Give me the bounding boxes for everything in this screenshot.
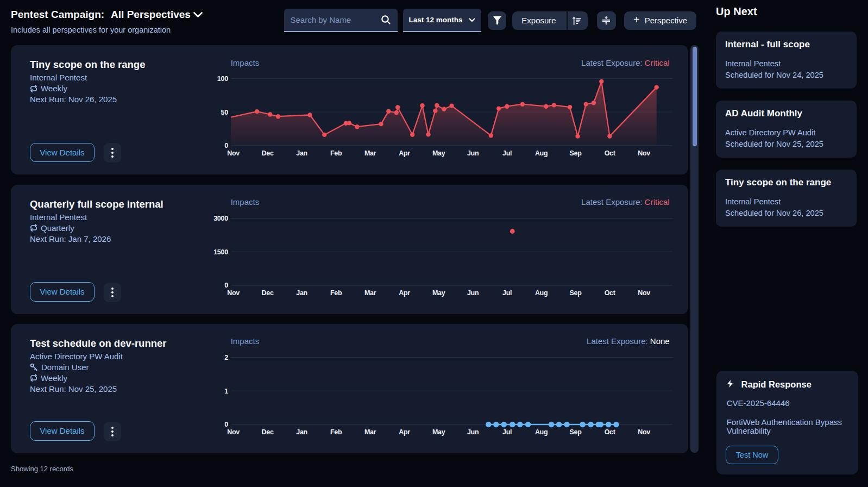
svg-text:Feb: Feb — [330, 428, 342, 436]
svg-text:Nov: Nov — [227, 289, 240, 297]
svg-text:1500: 1500 — [213, 248, 228, 255]
svg-text:0: 0 — [224, 142, 228, 149]
svg-text:Jan: Jan — [296, 149, 307, 157]
svg-text:3000: 3000 — [213, 214, 228, 222]
svg-text:Sep: Sep — [569, 428, 582, 436]
svg-text:Dec: Dec — [261, 428, 273, 436]
svg-text:Jun: Jun — [467, 149, 479, 157]
svg-text:Oct: Oct — [604, 149, 615, 157]
svg-text:Nov: Nov — [227, 149, 240, 157]
svg-text:50: 50 — [221, 109, 228, 116]
svg-text:Jan: Jan — [296, 289, 307, 297]
svg-text:Aug: Aug — [535, 289, 548, 297]
svg-text:Mar: Mar — [364, 428, 376, 436]
svg-text:2: 2 — [224, 353, 228, 361]
svg-text:Mar: Mar — [364, 289, 376, 297]
svg-text:Jan: Jan — [296, 428, 307, 436]
svg-text:Nov: Nov — [638, 428, 650, 436]
svg-text:100: 100 — [217, 75, 228, 83]
svg-text:May: May — [432, 149, 445, 157]
svg-text:Nov: Nov — [227, 428, 240, 436]
svg-text:Dec: Dec — [261, 289, 273, 297]
svg-text:Jun: Jun — [467, 289, 479, 297]
svg-text:Mar: Mar — [364, 149, 376, 157]
svg-text:Sep: Sep — [569, 289, 582, 297]
svg-text:Apr: Apr — [399, 428, 410, 436]
svg-text:Oct: Oct — [604, 428, 615, 436]
svg-text:1: 1 — [224, 387, 228, 395]
svg-text:Jun: Jun — [467, 428, 479, 436]
svg-text:Dec: Dec — [261, 149, 273, 157]
svg-text:Jul: Jul — [502, 428, 512, 436]
svg-text:Nov: Nov — [638, 289, 650, 297]
svg-text:0: 0 — [224, 421, 228, 428]
svg-text:May: May — [432, 289, 445, 297]
svg-text:Sep: Sep — [569, 149, 582, 157]
svg-text:Aug: Aug — [535, 428, 548, 436]
svg-text:Aug: Aug — [535, 149, 548, 157]
svg-text:Apr: Apr — [399, 289, 410, 297]
svg-text:Apr: Apr — [399, 149, 410, 157]
svg-text:Oct: Oct — [604, 289, 615, 297]
svg-text:0: 0 — [224, 282, 228, 289]
svg-text:Nov: Nov — [638, 149, 650, 157]
svg-text:Feb: Feb — [330, 149, 342, 157]
svg-text:Jul: Jul — [502, 289, 512, 297]
svg-text:May: May — [432, 428, 445, 436]
svg-text:Feb: Feb — [330, 289, 342, 297]
svg-text:Jul: Jul — [502, 149, 512, 157]
